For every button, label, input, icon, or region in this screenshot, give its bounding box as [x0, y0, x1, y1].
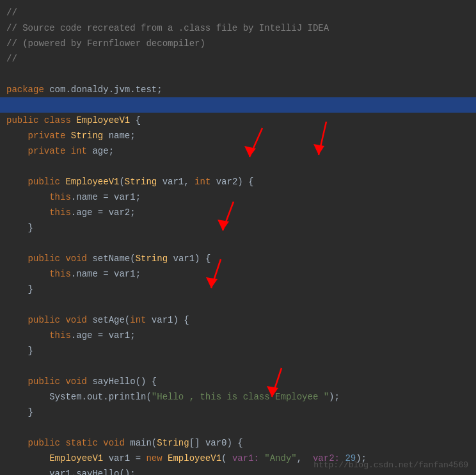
- plain-text: var2) {: [210, 177, 253, 187]
- code-editor: // // Source code recreated from a .clas…: [0, 0, 476, 475]
- keyword: public void: [28, 254, 93, 264]
- code-line-28: [0, 420, 476, 435]
- plain-text: }: [6, 346, 33, 356]
- code-line-27: }: [0, 405, 476, 420]
- plain-text: main(: [130, 438, 157, 448]
- keyword: private: [28, 131, 71, 141]
- code-line-17: public void setName(String var1) {: [0, 251, 476, 266]
- code-line-20: [0, 297, 476, 312]
- code-line-10: private int age;: [0, 143, 476, 159]
- plain-text: [6, 254, 28, 264]
- code-line-18: this.name = var1;: [0, 266, 476, 282]
- code-line-16: [0, 236, 476, 251]
- code-line-3: // (powered by Fernflower decompiler): [0, 36, 476, 51]
- code-line-13: this.name = var1;: [0, 189, 476, 205]
- keyword: private int: [28, 146, 93, 156]
- keyword: public: [28, 177, 66, 187]
- plain-text: [] var0) {: [189, 438, 243, 448]
- keyword: this: [49, 269, 71, 279]
- comment-text: //: [6, 8, 17, 18]
- code-line-2: // Source code recreated from a .class f…: [0, 20, 476, 36]
- code-line-26: System.out.println("Hello , this is clas…: [0, 389, 476, 405]
- class-name: EmployeeV1: [65, 177, 119, 187]
- plain-text: [6, 453, 49, 463]
- type-name: String: [157, 438, 189, 448]
- plain-text: [6, 269, 49, 279]
- type-name: String: [71, 131, 103, 141]
- plain-text: var1) {: [168, 254, 210, 264]
- plain-text: [6, 330, 49, 341]
- code-line-14: this.age = var2;: [0, 205, 476, 220]
- keyword: public static void: [28, 438, 131, 448]
- plain-text: var1 =: [103, 453, 146, 463]
- plain-text: );: [329, 392, 340, 402]
- plain-text: .name = var1;: [71, 269, 141, 279]
- keyword: this: [49, 207, 71, 218]
- plain-text: com.donaldy.jvm.test;: [49, 85, 162, 95]
- plain-text: .age = var1;: [71, 330, 136, 341]
- keyword: package: [6, 85, 49, 95]
- plain-text: name;: [103, 131, 135, 141]
- code-line-9: private String name;: [0, 128, 476, 143]
- code-line-6: package com.donaldy.jvm.test;: [0, 82, 476, 97]
- keyword: new: [146, 453, 168, 463]
- plain-text: (: [119, 177, 124, 187]
- watermark-text: http://blog.csdn.net/fanfan4569: [313, 460, 468, 470]
- code-line-22: this.age = var1;: [0, 328, 476, 343]
- keyword: int: [130, 315, 146, 325]
- plain-text: sayHello() {: [92, 376, 157, 387]
- plain-text: [6, 177, 28, 187]
- comment-text: // (powered by Fernflower decompiler): [6, 38, 205, 49]
- code-line-1: //: [0, 5, 476, 20]
- code-line-15: }: [0, 220, 476, 236]
- type-name: EmployeeV1: [168, 453, 221, 463]
- type-name: String: [125, 177, 157, 187]
- plain-text: .name = var1;: [71, 192, 141, 202]
- keyword: public void: [28, 315, 93, 325]
- plain-text: [6, 146, 28, 156]
- code-line-11: [0, 159, 476, 174]
- keyword: public class: [6, 115, 76, 125]
- plain-text: age;: [92, 146, 114, 156]
- plain-text: setName(: [92, 254, 135, 264]
- plain-text: [6, 315, 28, 325]
- plain-text: [6, 376, 28, 387]
- keyword: this: [49, 192, 71, 202]
- code-line-24: [0, 358, 476, 374]
- code-line-5: [0, 67, 476, 82]
- code-line-8: public class EmployeeV1 {: [0, 113, 476, 128]
- plain-text: {: [130, 115, 141, 125]
- plain-text: System.out.println(: [6, 392, 152, 402]
- comment-text: // Source code recreated from a .class f…: [6, 23, 329, 33]
- code-line-29: public static void main(String[] var0) {: [0, 435, 476, 451]
- plain-text: }: [6, 407, 33, 417]
- plain-text: .age = var2;: [71, 207, 136, 218]
- code-line-7: [0, 97, 476, 113]
- code-line-25: public void sayHello() {: [0, 374, 476, 389]
- plain-text: }: [6, 223, 33, 233]
- keyword: public void: [28, 376, 93, 387]
- plain-text: [6, 438, 28, 448]
- plain-text: [6, 192, 49, 202]
- type-name: String: [136, 254, 168, 264]
- plain-text: setAge(: [92, 315, 130, 325]
- plain-text: ,: [297, 453, 313, 463]
- keyword: int: [194, 177, 210, 187]
- code-line-23: }: [0, 343, 476, 358]
- code-line-12: public EmployeeV1(String var1, int var2)…: [0, 174, 476, 189]
- keyword: this: [49, 330, 71, 341]
- plain-text: var1.sayHello();: [6, 469, 136, 475]
- comment-text: //: [6, 54, 17, 64]
- type-name: EmployeeV1: [49, 453, 103, 463]
- plain-text: }: [6, 284, 33, 294]
- plain-text: var1) {: [146, 315, 189, 325]
- code-line-19: }: [0, 282, 476, 297]
- string-literal: "Hello , this is class Employee ": [152, 392, 329, 402]
- plain-text: var1,: [157, 177, 194, 187]
- class-name: EmployeeV1: [76, 115, 130, 125]
- plain-text: (: [221, 453, 232, 463]
- string-literal: "Andy": [264, 453, 296, 463]
- code-line-4: //: [0, 51, 476, 67]
- plain-text: [6, 207, 49, 218]
- param-hint: var1:: [232, 453, 259, 463]
